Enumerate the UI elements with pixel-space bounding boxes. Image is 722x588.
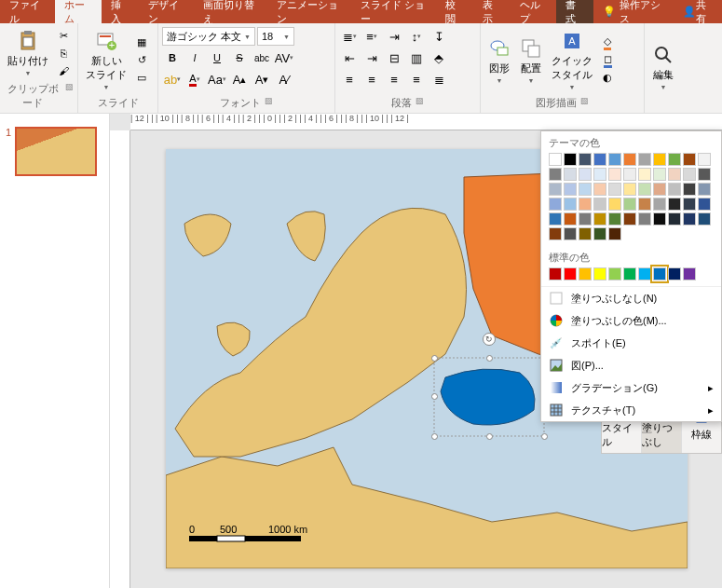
resize-handle-se[interactable] [541,433,548,440]
theme-tint-swatch[interactable] [608,227,621,240]
picture-fill-item[interactable]: 図(P)... [541,354,721,376]
resize-handle-nw[interactable] [431,355,438,362]
change-case-button[interactable]: Aa▾ [207,70,227,89]
bullets-button[interactable]: ≣▾ [339,27,360,46]
resize-handle-s[interactable] [486,433,493,440]
columns-button[interactable]: ▥ [406,48,427,67]
tab-transition[interactable]: 画面切り替え [194,0,267,23]
copy-button[interactable]: ⎘ [54,45,73,62]
tell-me[interactable]: 💡操作アシス [593,0,673,23]
shadow-button[interactable]: abc [252,48,272,67]
shape-outline-button[interactable]: ◻ [598,52,617,69]
tab-format[interactable]: 書式 [556,0,593,23]
shape-fill-button[interactable]: ◇ [598,34,617,51]
font-size-select[interactable]: 18▼ [257,27,294,46]
theme-tint-swatch[interactable] [579,212,592,226]
highlight-button[interactable]: ab▾ [162,70,183,89]
standard-color-swatch[interactable] [683,267,696,280]
distribute-button[interactable]: ≣ [429,70,449,89]
tab-help[interactable]: ヘルプ [511,0,557,23]
theme-color-swatch[interactable] [593,153,606,166]
inc-indent-button[interactable]: ⇥ [361,48,382,67]
smartart-button[interactable]: ⬘ [429,48,449,67]
theme-tint-swatch[interactable] [549,168,562,181]
tab-slideshow[interactable]: スライド ショー [351,0,437,23]
align-center-button[interactable]: ≡ [361,70,382,89]
theme-tint-swatch[interactable] [608,212,621,226]
theme-tint-swatch[interactable] [608,168,621,181]
tab-home[interactable]: ホーム [55,0,102,23]
text-direction-button[interactable]: ↧ [429,27,449,46]
resize-handle-w[interactable] [431,393,438,400]
slide-thumbnail-1[interactable] [15,127,97,176]
theme-tint-swatch[interactable] [593,183,606,196]
theme-tint-swatch[interactable] [668,212,681,226]
font-family-select[interactable]: 游ゴシック 本文▼ [162,27,255,46]
theme-color-swatch[interactable] [683,153,696,166]
line-spacing-button[interactable]: ↕▾ [406,27,427,46]
tab-animation[interactable]: アニメーション [267,0,350,23]
resize-handle-sw[interactable] [431,433,438,440]
tab-file[interactable]: ファイル [0,0,55,23]
theme-tint-swatch[interactable] [638,168,651,181]
italic-button[interactable]: I [184,48,205,67]
reset-button[interactable]: ↺ [132,52,151,69]
more-fill-colors-item[interactable]: 塗りつぶしの色(M)... [541,309,721,332]
tab-review[interactable]: 校閲 [436,0,473,23]
no-fill-item[interactable]: 塗りつぶしなし(N) [541,287,721,309]
theme-tint-swatch[interactable] [653,168,666,181]
eyedropper-item[interactable]: 💉スポイト(E) [541,332,721,354]
theme-tint-swatch[interactable] [698,183,711,196]
theme-tint-swatch[interactable] [683,183,696,196]
tab-design[interactable]: デザイン [139,0,194,23]
dec-indent-button[interactable]: ⇤ [339,48,360,67]
standard-color-swatch[interactable] [608,267,621,280]
paragraph-launcher[interactable]: ▧ [415,96,424,110]
theme-tint-swatch[interactable] [593,198,606,211]
font-color-button[interactable]: A▾ [184,70,205,89]
theme-color-swatch[interactable] [564,153,577,166]
theme-tint-swatch[interactable] [608,183,621,196]
paste-button[interactable]: 貼り付け▼ [4,25,52,81]
editing-button[interactable]: 編集▼ [648,25,678,109]
justify-button[interactable]: ≡ [406,70,427,89]
standard-color-swatch[interactable] [579,267,592,280]
standard-color-swatch[interactable] [638,267,651,280]
theme-tint-swatch[interactable] [564,227,577,240]
theme-tint-swatch[interactable] [593,168,606,181]
cut-button[interactable]: ✂ [54,27,73,44]
theme-tint-swatch[interactable] [549,183,562,196]
standard-color-swatch[interactable] [668,267,681,280]
theme-tint-swatch[interactable] [668,198,681,211]
bold-button[interactable]: B [162,48,183,67]
clear-format-button[interactable]: A⁄ [274,70,294,89]
theme-tint-swatch[interactable] [564,198,577,211]
theme-tint-swatch[interactable] [698,153,711,166]
gradient-fill-item[interactable]: グラデーション(G)▸ [541,376,721,399]
theme-tint-swatch[interactable] [653,198,666,211]
theme-color-swatch[interactable] [608,153,621,166]
standard-color-swatch[interactable] [623,267,636,280]
theme-tint-swatch[interactable] [698,168,711,181]
rotate-handle[interactable]: ↻ [483,333,496,346]
standard-color-swatch[interactable] [549,267,562,280]
format-painter-button[interactable]: 🖌 [54,62,73,79]
theme-tint-swatch[interactable] [623,198,636,211]
theme-tint-swatch[interactable] [564,168,577,181]
layout-button[interactable]: ▦ [132,34,151,51]
theme-tint-swatch[interactable] [653,212,666,226]
theme-tint-swatch[interactable] [593,212,606,226]
theme-tint-swatch[interactable] [549,212,562,226]
theme-tint-swatch[interactable] [579,227,592,240]
theme-tint-swatch[interactable] [593,227,606,240]
font-launcher[interactable]: ▧ [265,96,273,110]
align-right-button[interactable]: ≡ [384,70,404,89]
shrink-font-button[interactable]: A▾ [252,70,272,89]
theme-color-swatch[interactable] [638,153,651,166]
spacing-button[interactable]: AV▾ [274,48,294,67]
standard-color-swatch[interactable] [564,267,577,280]
theme-tint-swatch[interactable] [638,183,651,196]
grow-font-button[interactable]: A▴ [229,70,250,89]
theme-color-swatch[interactable] [623,153,636,166]
theme-tint-swatch[interactable] [549,227,562,240]
